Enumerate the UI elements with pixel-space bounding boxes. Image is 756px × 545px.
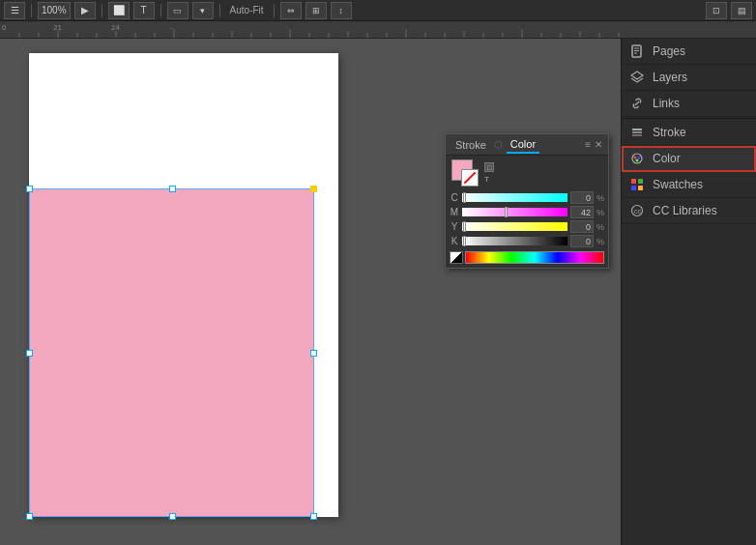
stroke-icon [629, 125, 645, 140]
toolbar-divider-4 [219, 4, 220, 17]
handle-top-left[interactable] [26, 186, 33, 192]
ruler-svg: /* Will be rendered via static SVG conte… [0, 21, 756, 39]
none-line [464, 172, 477, 185]
ruler-top: /* Will be rendered via static SVG conte… [0, 21, 756, 39]
cmyk-slider-k[interactable] [462, 237, 567, 245]
align-btn2[interactable]: ⊞ [305, 2, 327, 19]
svg-rect-1 [0, 21, 621, 39]
panel-close-icon[interactable]: ✕ [595, 139, 602, 150]
stroke-label: Stroke [653, 126, 686, 139]
svg-marker-45 [631, 72, 643, 79]
play-btn[interactable]: ▶ [74, 2, 96, 19]
cmyk-percent-m: % [596, 208, 604, 217]
tab-separator: ⬡ [494, 139, 503, 150]
cmyk-row-m: M 42 % [446, 205, 608, 219]
svg-rect-56 [638, 179, 643, 184]
toolbar-divider-1 [31, 4, 32, 17]
svg-text:-: - [170, 23, 173, 32]
align-btn1[interactable]: ⇔ [280, 2, 302, 19]
cmyk-row-c: C 0 % [446, 190, 608, 205]
panel-item-layers[interactable]: Layers [622, 65, 756, 91]
spectrum-bar[interactable] [465, 251, 604, 264]
color-swatch-stack[interactable] [451, 159, 479, 186]
links-label: Links [653, 97, 680, 110]
cmyk-label-y: Y [450, 221, 459, 232]
cmyk-thumb-m[interactable] [505, 207, 508, 217]
cmyk-value-m[interactable]: 42 [570, 206, 594, 218]
handle-bottom-center[interactable] [169, 513, 176, 520]
svg-text:0: 0 [2, 23, 7, 32]
panel-menu-icon[interactable]: ≡ [585, 139, 591, 150]
svg-rect-57 [631, 186, 636, 190]
handle-bottom-right[interactable] [310, 513, 317, 520]
panel-item-stroke[interactable]: Stroke [622, 120, 756, 146]
panel-item-color[interactable]: Color [622, 146, 756, 172]
panel-item-swatches[interactable]: Swatches [622, 172, 756, 198]
toolbar-divider-3 [160, 4, 161, 17]
toolbar-divider-2 [102, 4, 102, 17]
canvas-area[interactable]: Stroke ⬡ Color ≡ ✕ □ T [0, 39, 621, 545]
layers-label: Layers [653, 71, 687, 84]
panel-header-icons: ≡ ✕ [585, 139, 602, 150]
panel-item-cc-libraries[interactable]: cc CC Libraries [622, 198, 756, 224]
handle-top-center[interactable] [169, 186, 176, 192]
color-panel-header: Stroke ⬡ Color ≡ ✕ [446, 134, 608, 156]
cmyk-label-k: K [450, 236, 459, 246]
svg-text:cc: cc [634, 208, 642, 215]
menu-btn[interactable]: ☰ [4, 2, 25, 19]
cmyk-percent-k: % [596, 237, 604, 246]
swatch-stroke-none[interactable] [461, 169, 479, 186]
cmyk-value-k[interactable]: 0 [570, 235, 594, 247]
svg-point-52 [634, 157, 637, 159]
tab-color[interactable]: Color [507, 136, 539, 154]
cmyk-slider-m[interactable] [462, 208, 567, 216]
frame-tool2[interactable]: ▾ [192, 2, 214, 19]
handle-middle-left[interactable] [26, 350, 33, 357]
cmyk-slider-y[interactable] [462, 222, 567, 231]
svg-text:21: 21 [53, 23, 62, 32]
cmyk-thumb-k[interactable] [463, 236, 466, 246]
svg-text:·: · [401, 23, 403, 32]
top-toolbar: ☰ 100% ▶ ⬜ T ▭ ▾ Auto-Fit ⇔ ⊞ ↕ ⊡ ▤ [0, 0, 756, 21]
handle-bottom-left[interactable] [26, 513, 33, 520]
color-label: Color [653, 152, 681, 165]
cmyk-thumb-y[interactable] [463, 221, 466, 232]
view-btn2[interactable]: ▤ [731, 2, 752, 19]
cmyk-value-c[interactable]: 0 [570, 191, 594, 204]
view-btn1[interactable]: ⊡ [706, 2, 727, 19]
links-icon [629, 96, 645, 111]
svg-point-54 [636, 159, 639, 162]
svg-rect-55 [631, 179, 636, 184]
cmyk-slider-c[interactable] [462, 193, 567, 202]
right-toolbar-btns: ⊡ ▤ [706, 2, 752, 19]
frame-tool[interactable]: ▭ [167, 2, 189, 19]
zoom-display[interactable]: 100% [38, 2, 71, 19]
align-btn3[interactable]: ↕ [331, 2, 352, 19]
text-btn[interactable]: T [133, 2, 155, 19]
fill-indicator[interactable]: □ [484, 162, 494, 172]
handle-middle-right[interactable] [310, 350, 317, 357]
cmyk-label-m: M [450, 207, 459, 217]
tab-stroke[interactable]: Stroke [451, 137, 490, 153]
pages-label: Pages [653, 44, 685, 58]
right-panel: Pages Layers Links [621, 39, 756, 545]
layers-icon [629, 70, 645, 85]
svg-point-53 [638, 157, 641, 159]
panel-item-pages[interactable]: Pages [622, 39, 756, 65]
handle-top-right-yellow[interactable] [310, 186, 317, 192]
cc-libraries-icon: cc [629, 203, 645, 218]
pages-icon [629, 43, 645, 59]
svg-rect-58 [638, 186, 643, 190]
color-preview-row: □ T [446, 156, 608, 190]
swatches-label: Swatches [653, 178, 703, 191]
frame-btn[interactable]: ⬜ [108, 2, 130, 19]
spectrum-row [450, 251, 604, 264]
wb-swatch[interactable] [450, 251, 463, 264]
pink-rectangle[interactable] [29, 188, 314, 517]
color-mode-indicators: □ T [484, 162, 494, 184]
cmyk-thumb-c[interactable] [463, 192, 466, 203]
cmyk-value-y[interactable]: 0 [570, 220, 594, 233]
cc-libraries-label: CC Libraries [653, 204, 717, 217]
panel-item-links[interactable]: Links [622, 91, 756, 117]
panel-divider [622, 118, 756, 119]
